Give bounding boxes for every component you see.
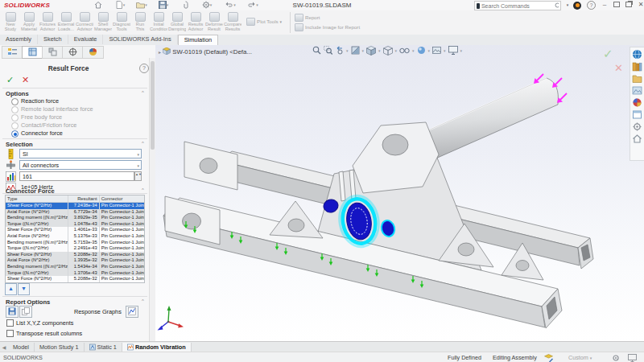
connector-force-collapse-caret[interactable]: ^ xyxy=(142,187,144,192)
ribbon-button-run-this-study[interactable]: Run This Study xyxy=(131,11,149,34)
previous-view-icon[interactable] xyxy=(335,46,344,55)
report-button[interactable]: Report xyxy=(295,13,320,23)
plot-tools-button[interactable]: Plot Tools ▾ xyxy=(246,17,282,27)
tab-simulation[interactable]: Simulation xyxy=(178,35,219,45)
tab-sketch[interactable]: Sketch xyxy=(38,35,68,44)
tab-random-vibration[interactable]: Random Vibration xyxy=(122,343,192,352)
table-row[interactable]: Torque ((N.m)^2/Hz)2.2491e-43Pin Connect… xyxy=(6,245,144,252)
table-row[interactable]: Torque ((N.m)^2/Hz)1.0478e-43Pin Connect… xyxy=(6,221,144,228)
response-graphs-button[interactable] xyxy=(126,306,138,318)
selection-section-header[interactable]: Selection xyxy=(6,141,33,148)
custom-properties-icon[interactable] xyxy=(632,109,642,120)
tab-assembly[interactable]: Assembly xyxy=(0,35,38,44)
home-button[interactable] xyxy=(90,1,106,10)
tree-root-label[interactable]: SW-01019 (Default) <Defa... xyxy=(172,48,251,56)
flyout-featuremanager[interactable]: ▸ SW-01019 (Default) <Defa... xyxy=(159,47,252,56)
zoom-fit-icon[interactable] xyxy=(312,46,321,55)
connectors-select[interactable]: All connectors▾ xyxy=(19,160,142,170)
confirm-corner-cancel[interactable]: ✕ xyxy=(614,62,623,74)
ok-button[interactable]: ✓ xyxy=(6,75,14,85)
help-button[interactable]: ? xyxy=(585,0,597,10)
flyout-arrow-icon[interactable]: ▸ xyxy=(159,50,161,55)
ribbon-button-shell-manager[interactable]: Shell Manager xyxy=(94,11,112,34)
report-options-collapse-caret[interactable]: ^ xyxy=(142,298,144,303)
radio-connector-force[interactable] xyxy=(11,130,19,138)
copy-table-button[interactable] xyxy=(19,306,32,318)
ribbon-button-global-damping[interactable]: Global Damping xyxy=(168,11,186,34)
minimize-button[interactable]: – xyxy=(599,0,610,10)
ribbon-button-connections-advisor[interactable]: Connections Advisor xyxy=(76,11,93,34)
transpose-checkbox[interactable] xyxy=(6,330,14,337)
graphics-viewport[interactable]: ▸ SW-01019 (Default) <Defa... ▾ ▾ ▾ ▾ ▾ … xyxy=(155,45,644,341)
table-row[interactable]: Torque ((N.m)^2/Hz)1.3706e-43Pin Connect… xyxy=(6,270,144,277)
connector-force-table[interactable]: Type Resultant Connector Shear Force (N^… xyxy=(5,195,145,283)
ribbon-button-new-study[interactable]: New Study xyxy=(2,11,19,34)
table-row[interactable]: Axial Force (N^2/Hz)5.1376e-33Pin Connec… xyxy=(6,233,144,240)
cancel-button[interactable]: ✕ xyxy=(22,75,29,85)
view-palette-icon[interactable] xyxy=(632,85,642,96)
pane-gear-icon[interactable] xyxy=(632,121,642,132)
move-up-button[interactable]: ▲ xyxy=(5,283,17,295)
options-collapse-caret[interactable]: ^ xyxy=(142,90,144,95)
tab-motion-study-1[interactable]: Motion Study 1 xyxy=(35,343,85,352)
table-row[interactable]: Shear Force (N^2/Hz)5.2088e-32Pin Connec… xyxy=(6,252,144,258)
appearances-scenes-icon[interactable] xyxy=(632,97,642,108)
search-input[interactable] xyxy=(481,2,555,9)
section-view-icon[interactable] xyxy=(351,46,360,55)
model-3d-view[interactable] xyxy=(155,45,644,341)
propertymanager-tab[interactable] xyxy=(22,46,43,59)
report-options-section-header[interactable]: Report Options xyxy=(6,298,50,306)
tab-model[interactable]: Model xyxy=(8,343,35,352)
table-row[interactable]: Bending moment ((N.m)^2/Hz)5.7153e-35Pin… xyxy=(6,240,144,246)
file-explorer-icon[interactable] xyxy=(632,73,642,84)
ribbon-button-external-loads[interactable]: External Loads... xyxy=(57,11,75,34)
undo-button[interactable]: ▾ xyxy=(222,1,238,10)
save-button[interactable]: ▾ xyxy=(155,1,171,10)
table-row[interactable]: Bending moment ((N.m)^2/Hz)3.8929e-35Pin… xyxy=(6,215,144,221)
configurationmanager-tab[interactable] xyxy=(42,46,64,59)
table-row[interactable]: Axial Force (N^2/Hz)1.3935e-32Pin Connec… xyxy=(6,257,144,264)
ribbon-button-results-advisor[interactable]: Results Advisor xyxy=(187,11,204,34)
table-row[interactable]: Axial Force (N^2/Hz)6.7729e-34Pin Connec… xyxy=(6,209,144,216)
ribbon-button-initial-condition[interactable]: Initial Condition xyxy=(150,11,167,34)
tab-solidworks-add-ins[interactable]: SOLIDWORKS Add-Ins xyxy=(103,35,177,44)
table-row[interactable]: Bending moment ((N.m)^2/Hz)1.5434e-34Pin… xyxy=(6,264,144,270)
hide-show-items-icon[interactable] xyxy=(399,47,410,55)
design-library-icon[interactable] xyxy=(632,61,642,72)
selection-collapse-caret[interactable]: ^ xyxy=(142,141,144,146)
tab-scroll-left-button[interactable]: ◀ xyxy=(0,344,8,350)
options-section-header[interactable]: Options xyxy=(6,90,29,97)
open-button[interactable]: ▾ xyxy=(134,1,150,10)
tab-static-1[interactable]: Static 1 xyxy=(85,343,122,352)
display-style-icon[interactable] xyxy=(383,46,393,56)
status-gear-icon[interactable] xyxy=(612,354,620,362)
ribbon-button-apply-material[interactable]: Apply Material xyxy=(20,11,38,34)
new-document-button[interactable]: ▾ xyxy=(112,1,128,10)
ribbon-button-diagnostic-tools[interactable]: Diagnostic Tools xyxy=(113,11,130,34)
search-dropdown-caret[interactable]: ▾ xyxy=(562,0,573,10)
table-row[interactable]: Shear Force (N^2/Hz)5.2088e-32Pin Connec… xyxy=(6,276,144,282)
ribbon-button-compare-results[interactable]: Compare Results xyxy=(224,11,242,34)
scrollbar-thumb[interactable] xyxy=(151,61,155,150)
connector-force-section-header[interactable]: Connector Force xyxy=(6,187,55,195)
attachment-button[interactable] xyxy=(177,1,193,10)
plot-number-input[interactable]: 161 xyxy=(19,171,134,181)
maximize-button[interactable] xyxy=(611,0,622,10)
status-custom-select[interactable]: Custom ▾ xyxy=(568,354,592,361)
apply-scene-icon[interactable] xyxy=(432,47,441,55)
close-button[interactable]: ✕ xyxy=(635,0,644,10)
confirm-corner-ok[interactable]: ✓ xyxy=(603,47,613,61)
edit-appearance-icon[interactable] xyxy=(417,46,426,55)
panel-scrollbar[interactable] xyxy=(149,58,155,341)
save-table-button[interactable] xyxy=(6,306,19,318)
panel-help-button[interactable]: ? xyxy=(139,64,149,73)
tab-evaluate[interactable]: Evaluate xyxy=(68,35,104,44)
table-row[interactable]: Shear Force (N^2/Hz)7.2438e-34Pin Connec… xyxy=(6,203,144,209)
search-box[interactable] xyxy=(474,1,561,10)
table-row[interactable]: Shear Force (N^2/Hz)1.4061e-33Pin Connec… xyxy=(6,227,144,233)
move-down-button[interactable]: ▼ xyxy=(18,283,30,295)
dimxpertmanager-tab[interactable] xyxy=(62,46,84,59)
weldment-model[interactable] xyxy=(163,78,593,328)
include-image-button[interactable]: Include Image for Report xyxy=(295,23,360,32)
stepper-down-icon[interactable]: ▼ xyxy=(138,172,142,176)
